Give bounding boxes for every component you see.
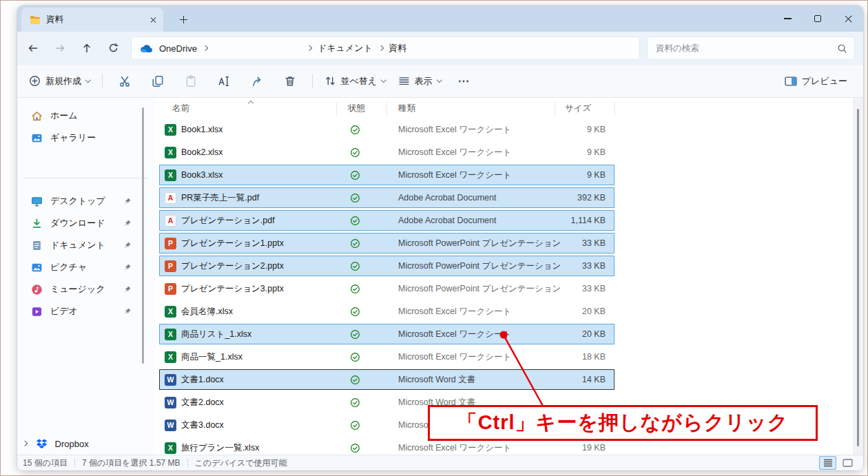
file-name: 文書2.docx [181, 391, 224, 414]
file-row-selected-focused[interactable]: 文書1.docx Microsoft Word 文書 14 KB [159, 369, 614, 391]
back-button[interactable] [20, 37, 45, 60]
explorer-tab[interactable]: 資料 [21, 8, 163, 32]
sidebar-item-home[interactable]: ホーム [17, 105, 155, 127]
thumbnails-view-button[interactable] [839, 456, 856, 470]
sidebar-scrollbar-thumb[interactable] [142, 107, 144, 364]
sidebar-item-music[interactable]: ミュージック [17, 278, 155, 300]
new-tab-button[interactable] [174, 11, 192, 28]
share-button[interactable] [243, 69, 271, 94]
synced-check-icon [350, 352, 360, 364]
file-name: プレゼンテーション.pdf [181, 209, 275, 232]
file-name: 商品一覧_1.xlsx [181, 346, 242, 369]
synced-check-icon [350, 397, 360, 410]
breadcrumb-segment[interactable]: ドキュメント [318, 42, 373, 54]
sidebar-item-desktop[interactable]: デスクトップ [17, 190, 155, 212]
sidebar-item-documents[interactable]: ドキュメント [17, 234, 155, 256]
word-file-icon [165, 397, 176, 408]
chevron-down-icon [85, 77, 91, 83]
annotation-text: 「Ctrl」キーを押しながらクリック [457, 409, 789, 437]
search-input[interactable] [656, 43, 837, 53]
close-button[interactable] [833, 6, 863, 32]
file-type: Adobe Acrobat Document [398, 187, 496, 209]
column-separator[interactable] [386, 102, 387, 115]
breadcrumb[interactable]: OneDrive ドキュメント 資料 [132, 37, 639, 59]
cut-button[interactable] [111, 69, 138, 94]
tab-title: 資料 [46, 14, 144, 25]
up-icon [81, 43, 93, 54]
file-name: 旅行プラン一覧.xlsx [181, 437, 259, 459]
paste-button[interactable] [177, 69, 205, 94]
new-button[interactable]: 新規作成 [23, 69, 96, 94]
sidebar-item-label: ドキュメント [50, 239, 116, 251]
view-button-label: 表示 [415, 75, 433, 87]
rename-button[interactable] [210, 69, 238, 94]
refresh-button[interactable] [101, 37, 126, 60]
scrollbar-thumb[interactable] [857, 109, 859, 446]
sidebar-item-videos[interactable]: ビデオ [17, 300, 155, 322]
excel-file-icon [165, 351, 176, 363]
view-button[interactable]: 表示 [392, 69, 448, 94]
preview-button[interactable]: プレビュー [778, 69, 854, 94]
column-headers: 名前 状態 種類 サイズ [155, 98, 863, 118]
details-view-button[interactable] [819, 456, 836, 470]
more-button[interactable] [450, 69, 477, 94]
sidebar-item-gallery[interactable]: ギャラリー [17, 127, 155, 149]
refresh-icon [107, 43, 119, 54]
column-separator[interactable] [336, 102, 337, 115]
file-type: Microsoft Excel ワークシート [398, 300, 511, 323]
scrollbar-track[interactable] [853, 98, 863, 455]
sort-ascending-icon [248, 101, 254, 106]
file-type: Microsoft Excel ワークシート [398, 164, 511, 187]
documents-icon [31, 240, 43, 251]
file-row-selected[interactable]: プレゼンテーション2.pptx Microsoft PowerPoint プレゼ… [159, 255, 614, 278]
thumbnails-view-icon [843, 459, 853, 467]
column-separator[interactable] [614, 102, 615, 115]
sidebar-divider [23, 178, 148, 178]
file-size: 1,114 KB [570, 209, 606, 232]
file-row-selected[interactable]: プレゼンテーション.pdf Adobe Acrobat Document 1,1… [159, 209, 614, 232]
details-view-icon [823, 459, 833, 467]
navigation-pane: ホーム ギャラリー デスクトップ ダウンロード [17, 98, 155, 455]
sidebar-item-dropbox[interactable]: Dropbox [17, 433, 155, 455]
column-header-name[interactable]: 名前 [172, 98, 189, 118]
forward-button[interactable] [47, 37, 72, 60]
expand-chevron-icon[interactable] [22, 441, 28, 446]
file-row[interactable]: 商品一覧_1.xlsx Microsoft Excel ワークシート 18 KB [159, 346, 614, 369]
breadcrumb-segment[interactable]: OneDrive [159, 43, 197, 54]
file-size: 9 KB [587, 118, 606, 141]
sidebar-item-label: ホーム [50, 110, 132, 122]
file-row-selected[interactable]: 商品リスト_1.xlsx Microsoft Excel ワークシート 20 K… [159, 323, 614, 346]
synced-check-icon [350, 261, 360, 273]
file-row[interactable]: プレゼンテーション3.pptx Microsoft PowerPoint プレゼ… [159, 278, 614, 300]
column-header-size[interactable]: サイズ [565, 98, 591, 118]
copy-icon [152, 75, 164, 87]
column-header-type[interactable]: 種類 [398, 98, 415, 118]
breadcrumb-segment[interactable]: 資料 [389, 42, 406, 54]
column-header-status[interactable]: 状態 [348, 98, 365, 118]
delete-icon [284, 75, 296, 87]
synced-check-icon [350, 170, 360, 183]
delete-button[interactable] [276, 69, 304, 94]
file-row[interactable]: 会員名簿.xlsx Microsoft Excel ワークシート 20 KB [159, 300, 614, 323]
file-name: Book1.xlsx [181, 118, 223, 141]
up-button[interactable] [74, 37, 99, 60]
file-row-selected[interactable]: プレゼンテーション1.pptx Microsoft PowerPoint プレゼ… [159, 232, 614, 255]
file-name: Book3.xlsx [181, 164, 223, 187]
sidebar-item-pictures[interactable]: ピクチャ [17, 256, 155, 278]
file-row[interactable]: Book2.xlsx Microsoft Excel ワークシート 9 KB [159, 141, 614, 164]
sidebar-item-label: デスクトップ [50, 195, 116, 207]
column-separator[interactable] [555, 102, 555, 115]
sort-button[interactable]: 並べ替え [318, 69, 392, 94]
copy-button[interactable] [144, 69, 172, 94]
maximize-button[interactable] [803, 6, 833, 32]
search-box[interactable] [648, 37, 854, 59]
onedrive-icon [140, 44, 153, 53]
file-size: 20 KB [582, 323, 606, 346]
file-row-selected[interactable]: PR菓子売上一覧.pdf Adobe Acrobat Document 392 … [159, 187, 614, 209]
tab-close-icon[interactable] [149, 17, 156, 23]
file-row[interactable]: Book1.xlsx Microsoft Excel ワークシート 9 KB [159, 118, 614, 141]
file-row-selected[interactable]: Book3.xlsx Microsoft Excel ワークシート 9 KB [159, 164, 614, 187]
minimize-button[interactable] [772, 6, 803, 32]
sidebar-item-downloads[interactable]: ダウンロード [17, 212, 155, 234]
chevron-right-icon [307, 45, 312, 51]
